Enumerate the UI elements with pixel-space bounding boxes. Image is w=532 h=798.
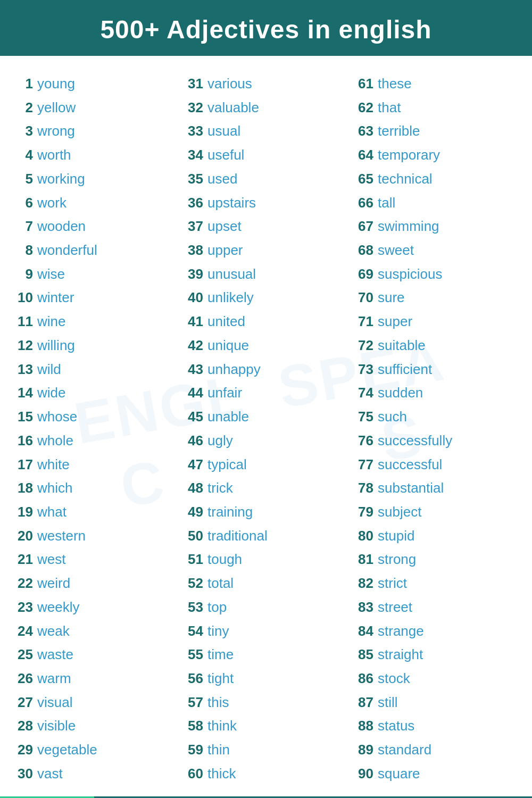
word-number: 65 xyxy=(351,167,373,191)
word-text: trick xyxy=(207,476,233,500)
word-text: tall xyxy=(378,191,395,215)
word-item: 4worth xyxy=(11,143,181,167)
word-text: wine xyxy=(37,310,65,334)
word-text: waste xyxy=(37,643,73,667)
word-text: successfully xyxy=(378,429,452,453)
word-text: suitable xyxy=(378,334,426,358)
word-text: willing xyxy=(37,334,75,358)
word-text: what xyxy=(37,500,66,524)
word-text: west xyxy=(37,547,65,571)
word-text: wooden xyxy=(37,214,86,238)
word-text: visual xyxy=(37,691,72,714)
word-item: 68sweet xyxy=(351,238,521,262)
word-number: 72 xyxy=(351,334,373,358)
word-text: stock xyxy=(378,667,410,691)
word-columns: 1young2yellow3wrong4worth5working6work7w… xyxy=(11,72,521,786)
word-text: whose xyxy=(37,405,77,429)
word-number: 58 xyxy=(181,714,203,738)
word-number: 39 xyxy=(181,262,203,286)
word-number: 18 xyxy=(11,476,33,500)
word-number: 57 xyxy=(181,691,203,714)
word-number: 49 xyxy=(181,500,203,524)
word-text: weird xyxy=(37,571,70,595)
word-item: 69suspicious xyxy=(351,262,521,286)
word-text: unique xyxy=(207,334,249,358)
word-number: 14 xyxy=(11,381,33,405)
word-number: 22 xyxy=(11,571,33,595)
column-3: 61these62that63terrible64temporary65tech… xyxy=(351,72,521,786)
word-number: 29 xyxy=(11,738,33,762)
word-item: 53top xyxy=(181,595,351,619)
word-text: suspicious xyxy=(378,262,442,286)
word-text: sudden xyxy=(378,381,423,405)
word-text: unable xyxy=(207,405,249,429)
word-text: upper xyxy=(207,238,243,262)
word-text: successful xyxy=(378,453,442,477)
word-item: 66tall xyxy=(351,191,521,215)
word-number: 64 xyxy=(351,143,373,167)
word-item: 1young xyxy=(11,72,181,96)
word-number: 87 xyxy=(351,691,373,714)
word-text: still xyxy=(378,691,398,714)
word-number: 3 xyxy=(11,119,33,143)
word-number: 78 xyxy=(351,476,373,500)
word-text: unhappy xyxy=(207,358,261,381)
word-item: 54tiny xyxy=(181,619,351,643)
word-item: 76successfully xyxy=(351,429,521,453)
word-item: 50traditional xyxy=(181,524,351,548)
word-item: 46ugly xyxy=(181,429,351,453)
word-item: 48trick xyxy=(181,476,351,500)
word-item: 25waste xyxy=(11,643,181,667)
word-text: useful xyxy=(207,143,244,167)
word-item: 10winter xyxy=(11,286,181,310)
word-item: 79subject xyxy=(351,500,521,524)
word-number: 36 xyxy=(181,191,203,215)
word-number: 35 xyxy=(181,167,203,191)
word-item: 44unfair xyxy=(181,381,351,405)
word-number: 8 xyxy=(11,238,33,262)
word-number: 7 xyxy=(11,214,33,238)
word-number: 66 xyxy=(351,191,373,215)
word-number: 21 xyxy=(11,547,33,571)
word-item: 78substantial xyxy=(351,476,521,500)
word-item: 86stock xyxy=(351,667,521,691)
word-item: 73sufficient xyxy=(351,358,521,381)
word-text: top xyxy=(207,595,227,619)
word-text: upstairs xyxy=(207,191,256,215)
word-item: 22weird xyxy=(11,571,181,595)
word-number: 30 xyxy=(11,762,33,786)
word-item: 37upset xyxy=(181,214,351,238)
word-text: unusual xyxy=(207,262,256,286)
word-item: 55time xyxy=(181,643,351,667)
word-number: 15 xyxy=(11,405,33,429)
content-area: ENGL SPEAC S 1young2yellow3wrong4worth5w… xyxy=(0,56,532,796)
word-text: strict xyxy=(378,571,407,595)
word-number: 77 xyxy=(351,453,373,477)
footer-right-url[interactable]: www.englishspeakingcourse.net xyxy=(94,796,532,798)
word-number: 85 xyxy=(351,643,373,667)
word-text: tight xyxy=(207,667,234,691)
word-text: wild xyxy=(37,358,61,381)
word-item: 56tight xyxy=(181,667,351,691)
word-text: tiny xyxy=(207,619,229,643)
word-text: straight xyxy=(378,643,423,667)
word-item: 75such xyxy=(351,405,521,429)
word-number: 42 xyxy=(181,334,203,358)
word-text: substantial xyxy=(378,476,444,500)
word-item: 2yellow xyxy=(11,96,181,120)
word-item: 18which xyxy=(11,476,181,500)
word-number: 50 xyxy=(181,524,203,548)
word-text: sure xyxy=(378,286,405,310)
word-number: 34 xyxy=(181,143,203,167)
word-item: 71super xyxy=(351,310,521,334)
word-item: 64temporary xyxy=(351,143,521,167)
word-item: 42unique xyxy=(181,334,351,358)
word-item: 45unable xyxy=(181,405,351,429)
word-item: 39unusual xyxy=(181,262,351,286)
word-item: 49training xyxy=(181,500,351,524)
word-text: think xyxy=(207,714,237,738)
word-item: 24weak xyxy=(11,619,181,643)
word-text: weak xyxy=(37,619,70,643)
word-item: 5working xyxy=(11,167,181,191)
word-number: 13 xyxy=(11,358,33,381)
